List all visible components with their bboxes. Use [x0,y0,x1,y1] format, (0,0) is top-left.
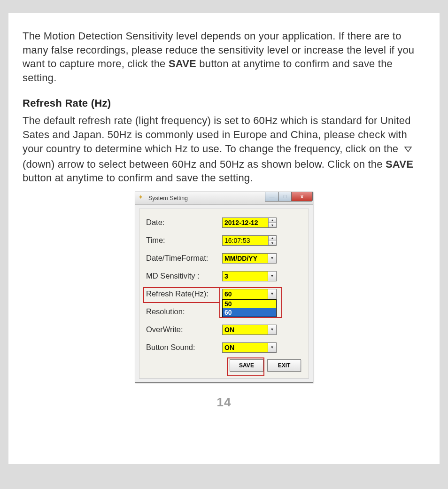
dialog-button-row: SAVE EXIT [146,357,303,373]
date-spinner[interactable]: ▲ ▼ [268,218,276,227]
down-triangle-icon [404,142,412,156]
date-value: 2012-12-12 [224,219,258,226]
page-number: 14 [23,395,425,410]
time-value: 16:07:53 [224,237,250,244]
section-heading-refresh-rate: Refresh Rate (Hz) [23,96,425,110]
date-field[interactable]: 2012-12-12 ▲ ▼ [222,217,277,228]
spin-up-icon[interactable]: ▲ [269,218,276,223]
format-field[interactable]: MM/DD/YY ▼ [222,253,277,264]
row-format: Date/TimeFormat: MM/DD/YY ▼ [146,249,303,267]
row-overwrite: OverWrite: ON ▼ [146,321,303,339]
maximize-button[interactable]: □ [278,192,292,202]
dropdown-arrow-icon[interactable]: ▼ [268,325,276,334]
svg-marker-0 [405,147,411,152]
label-overwrite: OverWrite: [146,325,222,334]
dialog-title: System Setting [148,195,188,202]
spin-down-icon[interactable]: ▼ [269,241,276,245]
label-refresh-rate: Refresh Rate(Hz): [146,289,222,298]
app-icon [138,194,146,202]
option-50[interactable]: 50 [223,300,276,308]
label-resolution: Resolution: [146,307,222,316]
text: (down) arrow to select between 60Hz and … [23,158,386,170]
time-spinner[interactable]: ▲ ▼ [268,236,276,245]
body-text-block: The Motion Detection Sensitivity level d… [23,29,425,185]
save-emphasis: SAVE [386,158,413,170]
save-emphasis: SAVE [169,58,196,70]
label-date: Date: [146,218,222,227]
md-sensitivity-value: 3 [224,272,228,280]
window-controls: — □ x [265,192,313,202]
label-button-sound: Button Sound: [146,343,222,352]
button-sound-field[interactable]: ON ▼ [222,342,277,353]
dropdown-arrow-icon[interactable]: ▼ [268,343,276,352]
label-time: Time: [146,236,222,245]
paragraph-motion-detection: The Motion Detection Sensitivity level d… [23,29,425,85]
spin-down-icon[interactable]: ▼ [269,223,276,227]
row-button-sound: Button Sound: ON ▼ [146,339,303,357]
row-md-sensitivity: MD Sensitivity : 3 ▼ [146,267,303,285]
overwrite-field[interactable]: ON ▼ [222,325,277,335]
save-button[interactable]: SAVE [230,359,263,372]
refresh-rate-field[interactable]: 60 ▼ [222,289,277,299]
dropdown-arrow-icon[interactable]: ▼ [268,289,276,299]
text: button at anytime to confirm and save th… [23,172,253,184]
refresh-rate-dropdown-list[interactable]: 50 60 [222,299,277,317]
document-page: The Motion Detection Sensitivity level d… [0,13,448,489]
button-sound-value: ON [224,344,234,351]
option-60[interactable]: 60 [223,308,276,317]
md-sensitivity-field[interactable]: 3 ▼ [222,271,277,281]
label-format: Date/TimeFormat: [146,254,222,263]
system-setting-dialog: System Setting — □ x Date: 2012-12-12 ▲ [135,192,313,383]
label-md-sensitivity: MD Sensitivity : [146,272,222,280]
row-refresh-rate: Refresh Rate(Hz): 60 ▼ 50 60 [146,285,303,303]
row-time: Time: 16:07:53 ▲ ▼ [146,232,303,249]
paragraph-refresh-rate: The default refresh rate (light frequenc… [23,114,425,185]
text: The default refresh rate (light frequenc… [23,115,411,155]
spin-up-icon[interactable]: ▲ [269,236,276,241]
page-sheet: The Motion Detection Sensitivity level d… [8,13,440,464]
row-date: Date: 2012-12-12 ▲ ▼ [146,214,303,232]
exit-button[interactable]: EXIT [267,359,301,372]
close-button[interactable]: x [291,192,313,202]
dropdown-arrow-icon[interactable]: ▼ [268,254,276,263]
format-value: MM/DD/YY [224,255,257,262]
time-field[interactable]: 16:07:53 ▲ ▼ [222,235,277,246]
minimize-button[interactable]: — [265,192,279,202]
dialog-body: Date: 2012-12-12 ▲ ▼ Time: [139,209,309,379]
dropdown-arrow-icon[interactable]: ▼ [268,272,276,281]
refresh-rate-value: 60 [224,290,232,298]
dialog-titlebar: System Setting — □ x [135,192,313,205]
overwrite-value: ON [224,326,234,334]
